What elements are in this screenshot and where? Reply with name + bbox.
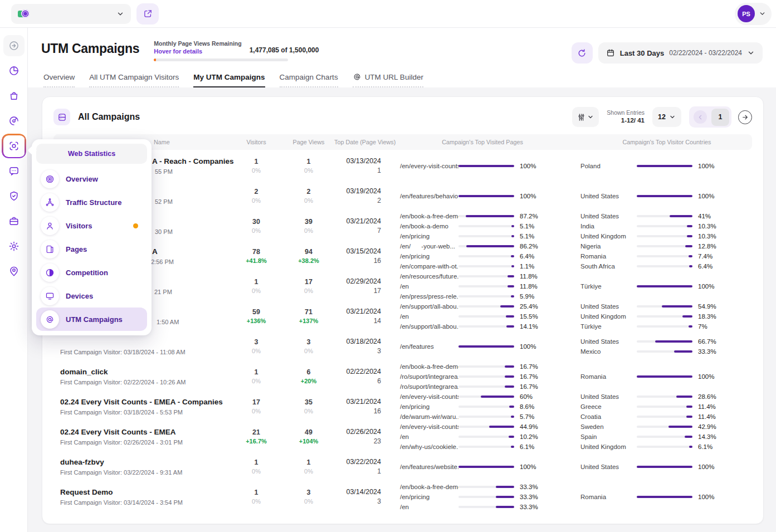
page-share-value: 86.2% xyxy=(520,243,538,250)
table-row[interactable]: A - Reach - Companies55 PM10%10%03/13/20… xyxy=(53,151,752,181)
first-campaign-visitor: First Campaign Visitor: 03/18/2024 - 5:5… xyxy=(60,408,230,416)
first-campaign-visitor: First Campaign Visitor: 03/22/2024 - 9:3… xyxy=(60,468,230,476)
page-share-row: /en/why-us/cookiele... 6.1% xyxy=(400,443,565,451)
table-row[interactable]: duhea-fzbvyFirst Campaign Visitor: 03/22… xyxy=(53,452,752,482)
flyout-item-utm-campaigns[interactable]: UTM Campaigns xyxy=(36,308,147,331)
target-icon xyxy=(41,170,59,188)
top-pages-cell: /en/features/website... 100% xyxy=(400,463,565,471)
sidebar-item-pie[interactable] xyxy=(3,60,25,81)
prev-page-button[interactable] xyxy=(694,110,707,124)
table-row[interactable]: 52 PM20%20%03/19/20242/en/features/behav… xyxy=(53,181,752,211)
table-row[interactable]: Request DemoFirst Campaign Visitor: 03/1… xyxy=(53,482,752,512)
flyout-item-visitors[interactable]: Visitors xyxy=(36,214,147,237)
top-date-cell: 03/13/20241 xyxy=(334,157,385,175)
page-share-value: 100% xyxy=(520,163,536,169)
page-label: /en/book-a-demo xyxy=(400,223,458,230)
table-row[interactable]: 1:50 AM59+136%71+137%03/21/202414/en/sup… xyxy=(53,301,752,331)
column-header-top-countries[interactable]: Campaign's Top Visitor Countries xyxy=(580,139,753,145)
visitors-cell: 30% xyxy=(230,338,283,355)
page-share-value: 33.3% xyxy=(520,504,538,510)
refresh-button[interactable] xyxy=(572,42,593,64)
top-countries-cell: Türkiye 100% xyxy=(580,282,753,290)
country-share-value: 10.3% xyxy=(698,223,716,230)
country-share-bar xyxy=(637,285,692,287)
tab-campaign-charts[interactable]: Campaign Charts xyxy=(280,73,338,87)
top-date-cell: 03/21/202414 xyxy=(334,307,385,326)
campaign-name: 02.24 Every Visit Counts - EMEA - Compan… xyxy=(60,397,230,407)
page-share-value: 6.4% xyxy=(520,253,534,260)
table-row[interactable]: domain_clickFirst Campaign Visitor: 02/2… xyxy=(53,362,752,392)
gauge-icon xyxy=(8,115,19,126)
sliders-icon xyxy=(577,113,585,121)
visitors-cell: 170% xyxy=(230,398,283,416)
top-pages-cell: /en/ -your-web... 86.2%/en/pricing 6.4%/… xyxy=(400,242,565,270)
sidebar-item-shield[interactable] xyxy=(3,186,25,207)
page-share-bar xyxy=(458,225,514,227)
page-label: /ro/suport/integrarea... xyxy=(400,383,458,390)
first-campaign-visitor: First Campaign Visitor: 02/26/2024 - 3:0… xyxy=(60,438,230,446)
sidebar-item-personpin[interactable] xyxy=(3,261,25,282)
tab-my-utm-campaigns[interactable]: My UTM Campaigns xyxy=(193,73,265,87)
column-header-visitors[interactable]: Visitors xyxy=(230,139,283,145)
column-filter-button[interactable] xyxy=(572,107,599,127)
page-share-row: /ro/suport/integrarea... 16.7% xyxy=(400,373,565,380)
page-share-row: /en/pricing 6.4% xyxy=(400,252,565,260)
flyout-item-traffic-structure[interactable]: Traffic Structure xyxy=(36,191,147,214)
date-range-picker[interactable]: Last 30 Days 02/22/2024 - 03/22/2024 xyxy=(598,42,763,64)
country-label: Spain xyxy=(580,433,637,440)
column-header-top-pages[interactable]: Campaign's Top Visited Pages xyxy=(400,139,565,145)
table-row[interactable]: 30 PM300%390%03/21/20247/en/book-a-free-… xyxy=(53,211,752,241)
next-page-button[interactable] xyxy=(738,110,752,124)
top-pages-cell: /en/every-visit-counts 44.9%/en 10.2%/en… xyxy=(400,423,565,451)
flyout-item-devices[interactable]: Devices xyxy=(36,284,147,308)
country-share-bar xyxy=(637,436,692,438)
country-share-value: 14.3% xyxy=(698,433,716,440)
page-label: /en xyxy=(400,283,458,290)
table-row[interactable]: 02.24 Every Visit Counts - EMEAFirst Cam… xyxy=(53,422,752,452)
country-share-row: Greece 11.4% xyxy=(580,403,753,411)
country-share-value: 7% xyxy=(698,323,707,330)
country-share-row: United States 41% xyxy=(580,212,753,220)
campaign-name: A xyxy=(152,247,230,257)
page-size-select[interactable]: 12 xyxy=(652,107,681,127)
page-share-bar xyxy=(458,496,514,498)
chevron-down-icon xyxy=(759,10,766,17)
country-share-bar xyxy=(637,165,692,167)
tab-overview[interactable]: Overview xyxy=(43,73,75,87)
sidebar-item-briefcase[interactable] xyxy=(3,211,25,232)
site-selector[interactable] xyxy=(11,4,131,24)
open-site-button[interactable] xyxy=(136,3,159,25)
flyout-item-competition[interactable]: Competition xyxy=(36,261,147,284)
table-row[interactable]: 02.24 Every Visit Counts - EMEA - Compan… xyxy=(53,392,752,422)
web-statistics-flyout: Web Statistics Overview Traffic Structur… xyxy=(32,139,152,335)
top-pages-cell: /en/support/all-abou... 25.4%/en 15.5%/e… xyxy=(400,302,565,330)
page-share-row: /ro/suport/integrarea... 16.7% xyxy=(400,383,565,391)
table-row[interactable]: A2:56 PM78+41.8%94+38.2%03/15/202416/en/… xyxy=(53,241,752,271)
tab-utm-url-builder[interactable]: UTM URL Builder xyxy=(353,72,423,87)
tab-all-utm-campaign-visitors[interactable]: All UTM Campaign Visitors xyxy=(89,73,179,87)
page-share-value: 87.2% xyxy=(520,213,538,219)
table-row[interactable]: 21 PM10%170%02/29/202417/en/resources/fu… xyxy=(53,271,752,301)
flyout-item-pages[interactable]: Pages xyxy=(36,237,147,261)
country-share-bar xyxy=(637,315,692,318)
user-menu[interactable]: PS xyxy=(735,3,772,25)
country-share-row: United States 100% xyxy=(580,192,753,200)
table-row[interactable]: First Campaign Visitor: 03/18/2024 - 11:… xyxy=(53,331,752,362)
page-views-cell: 10% xyxy=(283,157,334,175)
country-share-row: Romania 7.4% xyxy=(580,252,753,260)
sidebar-item-gear[interactable] xyxy=(3,236,25,257)
column-header-top-date[interactable]: Top Date (Page Views) xyxy=(334,139,385,145)
page-label: /en/book-a-free-demo xyxy=(400,484,458,490)
column-header-page-views[interactable]: Page Views xyxy=(283,139,334,145)
flyout-item-overview[interactable]: Overview xyxy=(36,167,147,191)
sidebar-item-gauge[interactable] xyxy=(3,110,25,131)
current-page[interactable]: 1 xyxy=(711,109,729,126)
sidebar-item-collapse[interactable] xyxy=(3,35,25,56)
sidebar-item-bag[interactable] xyxy=(3,85,25,106)
sidebar-item-chat[interactable] xyxy=(3,160,25,182)
page-share-value: 15.5% xyxy=(520,313,538,320)
sidebar-item-webstats[interactable] xyxy=(3,135,25,157)
quota-details-link[interactable]: Hover for details xyxy=(154,48,241,55)
page-share-bar xyxy=(458,325,514,328)
date-range-value: 02/22/2024 - 03/22/2024 xyxy=(669,49,742,57)
